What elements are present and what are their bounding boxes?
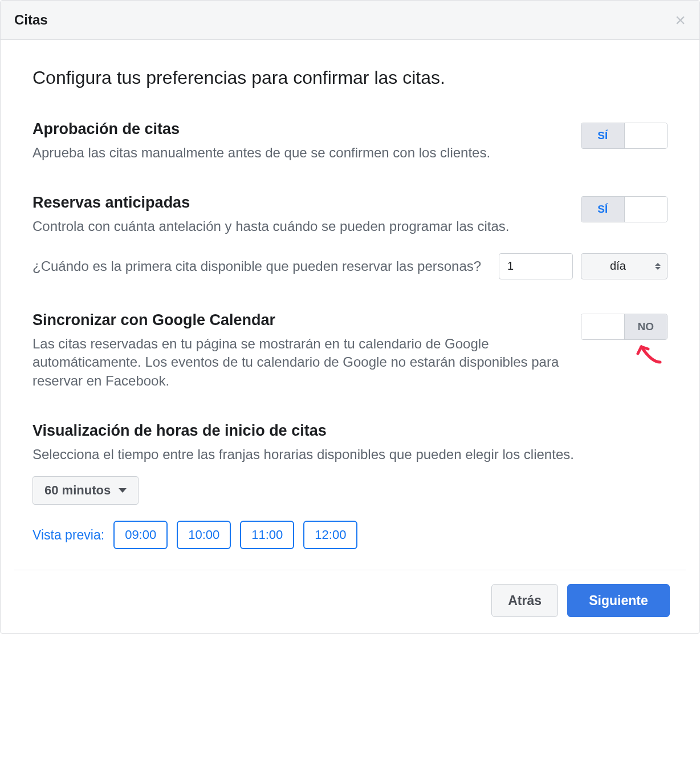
advance-toggle[interactable]: SÍ xyxy=(581,196,668,222)
toggle-no-empty xyxy=(625,123,668,148)
toggle-yes-empty xyxy=(581,314,624,339)
back-button[interactable]: Atrás xyxy=(491,584,558,617)
toggle-no-empty xyxy=(625,197,668,222)
appointments-settings-modal: Citas × Configura tus preferencias para … xyxy=(0,0,700,634)
approval-section: Aprobación de citas Aprueba las citas ma… xyxy=(32,120,668,162)
preview-row: Vista previa: 09:00 10:00 11:00 12:00 xyxy=(32,521,668,549)
toggle-yes: SÍ xyxy=(581,123,625,148)
display-section: Visualización de horas de inicio de cita… xyxy=(32,422,668,549)
approval-desc: Aprueba las citas manualmente antes de q… xyxy=(32,144,567,162)
advance-desc: Controla con cuánta antelación y hasta c… xyxy=(32,217,567,236)
advance-value-input[interactable] xyxy=(499,253,573,279)
modal-header: Citas × xyxy=(1,1,699,40)
display-desc: Selecciona el tiempo entre las franjas h… xyxy=(32,445,668,464)
toggle-yes: SÍ xyxy=(581,197,625,222)
approval-heading: Aprobación de citas xyxy=(32,120,567,138)
modal-body: Configura tus preferencias para confirma… xyxy=(1,40,699,549)
interval-dropdown[interactable]: 60 minutos xyxy=(32,476,139,505)
advance-section: Reservas anticipadas Controla con cuánta… xyxy=(32,194,668,279)
page-title: Configura tus preferencias para confirma… xyxy=(32,67,668,88)
chevron-down-icon xyxy=(119,488,127,493)
next-button[interactable]: Siguiente xyxy=(567,584,670,617)
google-desc: Las citas reservadas en tu página se mos… xyxy=(32,335,567,390)
advance-question: ¿Cuándo es la primera cita disponible qu… xyxy=(32,257,485,275)
google-toggle[interactable]: NO xyxy=(581,314,668,340)
time-slot[interactable]: 09:00 xyxy=(113,521,168,549)
time-slot[interactable]: 10:00 xyxy=(177,521,231,549)
modal-title: Citas xyxy=(14,12,48,28)
advance-heading: Reservas anticipadas xyxy=(32,194,567,212)
google-heading: Sincronizar con Google Calendar xyxy=(32,311,567,329)
time-slot[interactable]: 12:00 xyxy=(303,521,357,549)
advance-unit-select[interactable]: día xyxy=(581,253,668,279)
toggle-no: NO xyxy=(624,314,668,339)
time-slot[interactable]: 11:00 xyxy=(240,521,294,549)
preview-label: Vista previa: xyxy=(32,528,104,543)
modal-footer: Atrás Siguiente xyxy=(14,570,686,633)
interval-value: 60 minutos xyxy=(44,483,111,498)
approval-toggle[interactable]: SÍ xyxy=(581,123,668,149)
google-sync-section: Sincronizar con Google Calendar Las cita… xyxy=(32,311,668,390)
close-icon[interactable]: × xyxy=(675,11,686,29)
display-heading: Visualización de horas de inicio de cita… xyxy=(32,422,668,440)
